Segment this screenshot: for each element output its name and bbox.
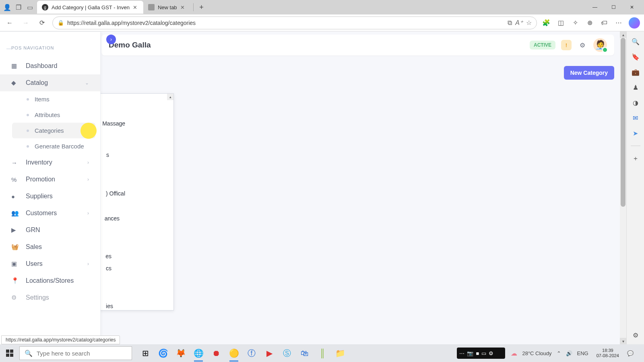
nav-heading: POS NAVIGATION <box>0 31 100 58</box>
tally-icon[interactable]: ║ <box>316 347 328 359</box>
collections-icon[interactable]: ⊕ <box>585 19 594 27</box>
start-button[interactable] <box>0 344 19 362</box>
office-sidebar-icon[interactable]: ◑ <box>631 98 640 107</box>
minimize-button[interactable]: — <box>589 2 601 13</box>
sidebar-item-label: GRN <box>26 226 40 234</box>
weather-text[interactable]: 28°C Cloudy <box>522 350 551 356</box>
dropdown-scrollbar[interactable]: ▴ <box>167 94 173 310</box>
sidebar-sub-label: Categories <box>35 127 64 134</box>
outlook-sidebar-icon[interactable]: ✉ <box>631 113 640 122</box>
sidebar-item-grn[interactable]: ▶ GRN <box>0 222 100 239</box>
sidebar-item-sales[interactable]: 🧺 Sales <box>0 239 100 255</box>
search-sidebar-icon[interactable]: 🔍 <box>631 37 640 46</box>
dropdown-option-label: Massage <box>102 120 125 127</box>
tab-actions-icon[interactable]: ▭ <box>26 3 34 11</box>
sidebar-item-label: Sales <box>26 243 42 251</box>
refresh-button[interactable]: ⟳ <box>36 17 47 29</box>
edge-icon[interactable]: 🌐 <box>192 347 204 359</box>
tab-inactive[interactable]: New tab ✕ <box>143 1 191 14</box>
sidebar-item-label: Locations/Stores <box>26 277 74 284</box>
dropdown-scroll-up[interactable]: ▴ <box>167 94 173 100</box>
sound-icon[interactable]: 🔊 <box>566 350 572 356</box>
copilot-icon[interactable] <box>629 17 640 29</box>
scroll-thumb[interactable] <box>621 38 625 207</box>
sidebar-sub-barcode[interactable]: Generate Barcode <box>12 138 95 154</box>
firefox-icon[interactable]: 🦊 <box>175 347 187 359</box>
skype-icon[interactable]: Ⓢ <box>281 347 293 359</box>
workspaces-icon[interactable]: ❐ <box>14 3 23 11</box>
sidebar-sub-attributes[interactable]: Attributes <box>12 107 95 123</box>
system-tray: ☁ 28°C Cloudy ⌃ 🔊 ENG 18:39 07-08-2024 💬 <box>505 348 644 358</box>
sidebar-sub-categories[interactable]: Categories <box>12 123 95 138</box>
lang-indicator[interactable]: ENG <box>577 350 588 356</box>
tray-chevron-icon[interactable]: ⌃ <box>557 350 561 356</box>
briefcase-sidebar-icon[interactable]: 💼 <box>631 68 640 76</box>
sidebar-item-customers[interactable]: 👥 Customers › <box>0 205 100 222</box>
maximize-button[interactable]: ☐ <box>608 2 619 13</box>
task-view-icon[interactable]: ⊞ <box>139 347 151 359</box>
send-sidebar-icon[interactable]: ➤ <box>631 129 640 138</box>
url-bar[interactable]: 🔒 https://retail.galla.app/mystorev2/cat… <box>52 16 537 29</box>
scroll-down-button[interactable]: ▾ <box>620 338 626 344</box>
sidebar-item-catalog[interactable]: ◆ Catalog ⌄ <box>0 74 100 91</box>
extensions-icon[interactable]: 🧩 <box>542 19 551 27</box>
record-icon[interactable]: ⏺ <box>210 347 222 359</box>
tab-active[interactable]: g Add Category | Galla GST - Inven ✕ <box>37 1 143 14</box>
location-icon: 📍 <box>11 277 19 284</box>
avatar[interactable]: 🧑‍💼 <box>593 38 607 52</box>
close-icon[interactable]: ✕ <box>180 4 186 10</box>
facebook-icon[interactable]: ⓕ <box>246 347 258 359</box>
tag-sidebar-icon[interactable]: 🔖 <box>631 52 640 61</box>
search-input[interactable] <box>37 350 127 357</box>
app-topbar: Demo Galla ACTIVE ! ⚙ 🧑‍💼 <box>101 35 614 56</box>
close-window-button[interactable]: ✕ <box>626 2 638 13</box>
sidebar-item-users[interactable]: ▣ Users › <box>0 255 100 272</box>
topbar-right: ACTIVE ! ⚙ 🧑‍💼 <box>530 38 607 52</box>
split-screen-icon[interactable]: ◫ <box>556 19 565 27</box>
gamebar-widget[interactable]: ⋯ 📷 ■ ▭ ⚙ <box>457 348 505 359</box>
content-scrollbar[interactable]: ▴ ▾ <box>620 31 626 344</box>
taskbar-search[interactable]: 🔍 <box>19 346 132 360</box>
profile-icon[interactable]: 👤 <box>3 3 11 11</box>
explorer-icon[interactable]: 📁 <box>334 347 346 359</box>
back-button[interactable]: ← <box>4 17 15 29</box>
favorite-icon[interactable]: ☆ <box>526 19 532 27</box>
new-tab-button[interactable]: + <box>196 2 207 13</box>
alert-badge[interactable]: ! <box>561 40 572 50</box>
sidebar-sub-items[interactable]: Items <box>12 91 95 107</box>
tab-divider <box>193 3 194 11</box>
clock[interactable]: 18:39 07-08-2024 <box>593 348 622 358</box>
add-sidebar-icon[interactable]: ＋ <box>631 154 640 163</box>
chevron-right-icon: › <box>87 177 89 182</box>
more-icon[interactable]: ⋯ <box>614 19 623 27</box>
sidebar-item-promotion[interactable]: % Promotion › <box>0 171 100 188</box>
sidebar-item-dashboard[interactable]: ▦ Dashboard <box>0 58 100 74</box>
youtube-icon[interactable]: ▶ <box>263 347 275 359</box>
sidebar-item-inventory[interactable]: → Inventory › <box>0 154 100 171</box>
sidebar-collapse-button[interactable]: › <box>106 35 116 44</box>
sidebar-item-suppliers[interactable]: ● Suppliers <box>0 188 100 205</box>
tab-title: New tab <box>158 4 177 10</box>
store-icon[interactable]: 🛍 <box>299 347 311 359</box>
copilot-taskbar-icon[interactable]: 🌀 <box>157 347 169 359</box>
favorites-bar-icon[interactable]: ✧ <box>571 19 580 27</box>
forward-button[interactable]: → <box>20 17 31 29</box>
addr-actions: 🧩 ◫ ✧ ⊕ 🏷 ⋯ <box>542 17 640 29</box>
open-external-icon[interactable]: ⧉ <box>508 19 512 27</box>
games-sidebar-icon[interactable]: ♟ <box>631 83 640 92</box>
scroll-up-button[interactable]: ▴ <box>620 31 626 38</box>
chrome-icon[interactable]: 🟡 <box>228 347 240 359</box>
settings-sidebar-icon[interactable]: ⚙ <box>631 331 640 339</box>
notifications-icon[interactable]: 💬 <box>627 350 638 356</box>
page-wrap: 🔍 🔖 💼 ♟ ◑ ✉ ➤ ＋ ⚙ ▴ ▾ › Demo Galla ACTIV… <box>0 31 644 344</box>
weather-icon[interactable]: ☁ <box>511 350 517 357</box>
taskbar: 🔍 ⊞ 🌀 🦊 🌐 ⏺ 🟡 ⓕ ▶ Ⓢ 🛍 ║ 📁 ⋯ 📷 ■ ▭ ⚙ ☁ 28… <box>0 344 644 362</box>
chevron-down-icon: ⌄ <box>85 80 89 86</box>
shopping-icon[interactable]: 🏷 <box>600 19 609 27</box>
read-aloud-icon[interactable]: A⁺ <box>515 19 523 27</box>
sidebar-item-settings[interactable]: ⚙ Settings <box>0 289 100 306</box>
sidebar-item-locations[interactable]: 📍 Locations/Stores <box>0 272 100 289</box>
close-icon[interactable]: ✕ <box>133 4 138 10</box>
new-category-button[interactable]: New Category <box>564 66 614 80</box>
gear-icon[interactable]: ⚙ <box>577 40 588 50</box>
